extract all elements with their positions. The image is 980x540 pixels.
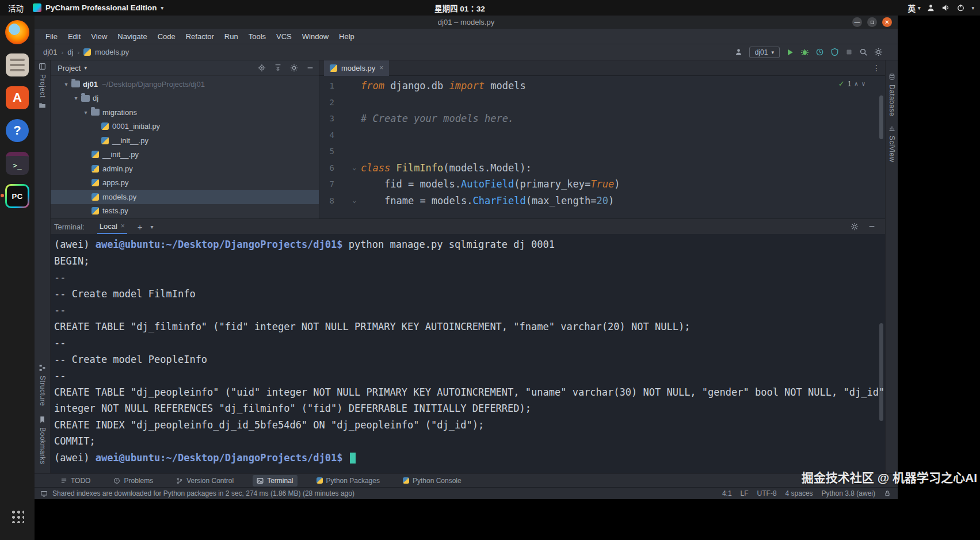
tool-button-bookmarks[interactable]: Bookmarks	[35, 416, 50, 465]
chevron-down-icon[interactable]: ▾	[151, 224, 154, 230]
search-everywhere-button[interactable]	[859, 48, 868, 56]
todo-icon	[60, 477, 67, 484]
close-tab-icon[interactable]: ×	[379, 64, 383, 72]
tree-item-0001-initial[interactable]: 0001_initial.py	[51, 120, 319, 134]
tree-item-migrations[interactable]: ▾ migrations	[51, 105, 319, 120]
focused-app-menu[interactable]: PyCharm Professional Edition ▾	[33, 3, 163, 12]
indent-style[interactable]: 4 spaces	[785, 489, 813, 497]
show-applications-button[interactable]	[10, 509, 24, 523]
power-icon[interactable]	[956, 3, 965, 12]
menu-navigate[interactable]: Navigate	[112, 29, 152, 44]
fold-marker-icon[interactable]: ⌄	[334, 197, 361, 204]
dock-item-terminal[interactable]: >_	[5, 151, 30, 176]
inspection-count: 1	[848, 80, 852, 88]
tab-models-py[interactable]: models.py ×	[324, 60, 389, 76]
tree-item-tests[interactable]: tests.py	[51, 204, 319, 219]
next-problem-icon[interactable]: ∨	[861, 81, 865, 87]
python-file-icon	[91, 193, 99, 201]
menu-run[interactable]: Run	[219, 29, 243, 44]
dock-item-firefox[interactable]	[5, 20, 30, 45]
tool-button-version-control[interactable]: Version Control	[172, 475, 238, 487]
stop-button[interactable]	[845, 48, 853, 56]
dock-item-help[interactable]: ?	[5, 118, 30, 143]
terminal-output[interactable]: (awei) awei@ubuntu:~/Desktop/DjangoProje…	[51, 234, 885, 473]
breadcrumb-models-py[interactable]: models.py	[95, 48, 129, 56]
dock-item-pycharm[interactable]: PC	[5, 183, 30, 209]
caret-position[interactable]: 4:1	[722, 489, 732, 497]
locate-file-icon[interactable]	[258, 64, 266, 72]
project-folder-icon	[39, 102, 46, 109]
dock-item-files[interactable]	[5, 52, 30, 78]
tool-button-project[interactable]: Project	[35, 63, 50, 109]
tool-button-terminal[interactable]: Terminal	[253, 475, 297, 487]
python-interpreter[interactable]: Python 3.8 (awei)	[822, 489, 875, 497]
tool-button-sciview[interactable]: SciView	[886, 125, 898, 162]
editor-scrollbar[interactable]	[879, 95, 883, 139]
tool-button-python-console[interactable]: Python Console	[399, 475, 466, 487]
menu-view[interactable]: View	[86, 29, 112, 44]
breadcrumb-dj01[interactable]: dj01	[43, 48, 58, 56]
menu-file[interactable]: File	[40, 29, 63, 44]
settings-gear-icon[interactable]	[874, 48, 883, 56]
settings-gear-icon[interactable]	[290, 64, 298, 72]
user-icon[interactable]	[734, 48, 743, 56]
terminal-tab-local[interactable]: Local ×	[97, 219, 127, 234]
project-panel-header[interactable]: Project ▾	[51, 60, 319, 76]
terminal-scrollbar[interactable]	[879, 323, 883, 421]
fold-marker-icon[interactable]: ⌄	[334, 164, 361, 171]
maximize-button[interactable]	[867, 17, 877, 27]
line-separator[interactable]: LF	[741, 489, 749, 497]
dock-item-ubuntu-software[interactable]: A	[5, 85, 30, 110]
menu-code[interactable]: Code	[152, 29, 181, 44]
tab-options-icon[interactable]: ⋮	[872, 63, 880, 72]
tree-item-apps[interactable]: apps.py	[51, 176, 319, 190]
menu-window[interactable]: Window	[297, 29, 334, 44]
terminal-panel: Terminal: Local × + ▾	[51, 219, 885, 473]
breadcrumb-dj[interactable]: dj	[67, 48, 73, 56]
run-configuration-select[interactable]: dj01 ▾	[749, 47, 780, 58]
coverage-button[interactable]	[830, 48, 839, 56]
file-encoding[interactable]: UTF-8	[757, 489, 777, 497]
menu-refactor[interactable]: Refactor	[181, 29, 219, 44]
hide-terminal-icon[interactable]	[868, 223, 876, 231]
code-editor[interactable]: 1from django.db import models 2 3# Creat…	[319, 76, 885, 219]
tree-item-admin[interactable]: admin.py	[51, 162, 319, 176]
tool-button-todo[interactable]: TODO	[56, 475, 94, 487]
tree-item-dj[interactable]: ▾ dj	[51, 91, 319, 106]
tool-button-problems[interactable]: Problems	[109, 475, 157, 487]
lock-icon[interactable]	[884, 490, 891, 497]
clock[interactable]: 星期四 01∶32	[434, 0, 485, 16]
terminal-settings-gear-icon[interactable]	[851, 223, 859, 231]
activities-button[interactable]: 活动	[8, 2, 24, 14]
menu-edit[interactable]: Edit	[63, 29, 86, 44]
tree-item-dj01[interactable]: ▾ dj01 ~/Desktop/DjangoProjects/dj01	[51, 77, 319, 91]
menu-tools[interactable]: Tools	[243, 29, 271, 44]
status-message[interactable]: Shared indexes are downloaded for Python…	[52, 489, 354, 497]
debug-button[interactable]	[800, 48, 809, 56]
minimize-button[interactable]: —	[852, 17, 862, 27]
close-icon[interactable]: ×	[121, 222, 125, 230]
inspections-widget[interactable]: ✓ 1 ∧ ∨	[838, 79, 865, 88]
window-title-bar[interactable]: dj01 – models.py — ✕	[35, 16, 898, 29]
profiler-button[interactable]	[815, 48, 824, 56]
hide-panel-icon[interactable]	[306, 64, 314, 72]
tool-button-python-packages[interactable]: Python Packages	[312, 475, 384, 487]
tool-button-structure[interactable]: Structure	[35, 364, 50, 406]
new-terminal-button[interactable]: +	[138, 222, 143, 232]
input-method-indicator[interactable]: 英 ▾	[907, 2, 920, 14]
menu-vcs[interactable]: VCS	[271, 29, 297, 44]
volume-icon[interactable]	[941, 3, 950, 12]
run-button[interactable]	[786, 48, 794, 56]
desktop: 活动 PyCharm Professional Edition ▾ 星期四 01…	[0, 0, 980, 540]
user-status-icon[interactable]	[926, 3, 935, 12]
menu-help[interactable]: Help	[334, 29, 360, 44]
collapse-all-icon[interactable]	[274, 64, 282, 72]
tree-item-init-migrations[interactable]: __init__.py	[51, 133, 319, 148]
tree-item-models[interactable]: models.py	[51, 190, 319, 204]
prev-problem-icon[interactable]: ∧	[854, 81, 858, 87]
tool-button-database[interactable]: Database	[886, 73, 898, 116]
close-button[interactable]: ✕	[882, 17, 892, 27]
tree-item-init-dj[interactable]: __init__.py	[51, 148, 319, 162]
code-line: 5	[319, 143, 885, 160]
python-file-icon	[91, 207, 99, 215]
